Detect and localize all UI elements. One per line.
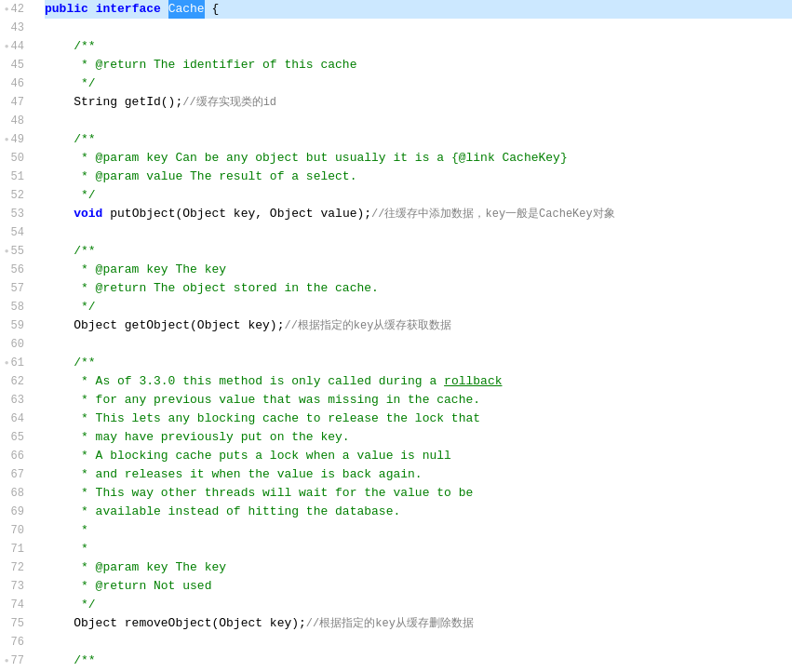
code-line: * @param key The key (45, 558, 792, 577)
code-line: * This lets any blocking cache to releas… (45, 410, 792, 428)
code-line (45, 223, 792, 242)
code-editor: 4243444546474849505152535455565758596061… (0, 0, 792, 672)
code-line: /** (45, 242, 792, 261)
line-number: 60 (4, 335, 30, 354)
code-line: */ (45, 74, 792, 93)
code-line: * @param key The key (45, 261, 792, 279)
line-number: 49 (4, 130, 30, 149)
code-line: */ (45, 298, 792, 316)
line-number: 51 (4, 168, 30, 186)
code-line (45, 19, 792, 37)
code-line: public interface Cache { (45, 0, 792, 19)
line-number: 56 (4, 261, 30, 279)
line-number: 42 (4, 0, 30, 19)
code-line: String getId();//缓存实现类的id (45, 93, 792, 112)
code-line (45, 335, 792, 354)
line-number: 57 (4, 279, 30, 298)
line-number: 75 (4, 614, 30, 633)
line-number: 73 (4, 577, 30, 596)
code-line: * @return The object stored in the cache… (45, 279, 792, 298)
code-line: /** (45, 354, 792, 372)
line-number: 43 (4, 19, 30, 37)
code-line: Object removeObject(Object key);//根据指定的k… (45, 614, 792, 633)
line-number: 55 (4, 242, 30, 261)
line-number: 76 (4, 633, 30, 652)
line-number: 52 (4, 186, 30, 205)
code-line: * and releases it when the value is back… (45, 465, 792, 484)
line-number: 70 (4, 521, 30, 540)
line-number: 54 (4, 223, 30, 242)
code-line: /** (45, 130, 792, 149)
line-number: 59 (4, 316, 30, 335)
code-content[interactable]: public interface Cache { /** * @return T… (37, 0, 792, 672)
code-line: */ (45, 186, 792, 205)
line-number: 58 (4, 298, 30, 316)
code-line: * A blocking cache puts a lock when a va… (45, 447, 792, 465)
line-number: 48 (4, 112, 30, 130)
code-line: * available instead of hitting the datab… (45, 503, 792, 521)
line-number: 77 (4, 652, 30, 670)
code-line: * @param value The result of a select. (45, 168, 792, 186)
code-line: void putObject(Object key, Object value)… (45, 205, 792, 223)
line-number: 53 (4, 205, 30, 223)
code-line: * @return Not used (45, 577, 792, 596)
line-number: 66 (4, 447, 30, 465)
line-number: 47 (4, 93, 30, 112)
line-number: 74 (4, 596, 30, 614)
code-line: * @return The identifier of this cache (45, 56, 792, 74)
line-number: 63 (4, 391, 30, 410)
code-line: * This way other threads will wait for t… (45, 484, 792, 503)
line-number: 72 (4, 558, 30, 577)
code-line: * (45, 540, 792, 558)
code-area: 4243444546474849505152535455565758596061… (0, 0, 792, 672)
code-line: * (45, 521, 792, 540)
line-number: 50 (4, 149, 30, 168)
line-number: 67 (4, 465, 30, 484)
line-number: 62 (4, 372, 30, 391)
code-line: /** (45, 37, 792, 56)
code-line: * for any previous value that was missin… (45, 391, 792, 410)
code-line: * @param key Can be any object but usual… (45, 149, 792, 168)
code-line: */ (45, 596, 792, 614)
line-number: 69 (4, 503, 30, 521)
line-number: 44 (4, 37, 30, 56)
line-number: 45 (4, 56, 30, 74)
line-number: 68 (4, 484, 30, 503)
line-number: 64 (4, 410, 30, 428)
code-line (45, 633, 792, 652)
line-number: 71 (4, 540, 30, 558)
code-line: /** (45, 652, 792, 670)
line-numbers: 4243444546474849505152535455565758596061… (0, 0, 37, 672)
code-line: * may have previously put on the key. (45, 428, 792, 447)
code-line: * As of 3.3.0 this method is only called… (45, 372, 792, 391)
line-number: 65 (4, 428, 30, 447)
line-number: 61 (4, 354, 30, 372)
code-line: Object getObject(Object key);//根据指定的key从… (45, 316, 792, 335)
line-number: 46 (4, 74, 30, 93)
code-line (45, 112, 792, 130)
